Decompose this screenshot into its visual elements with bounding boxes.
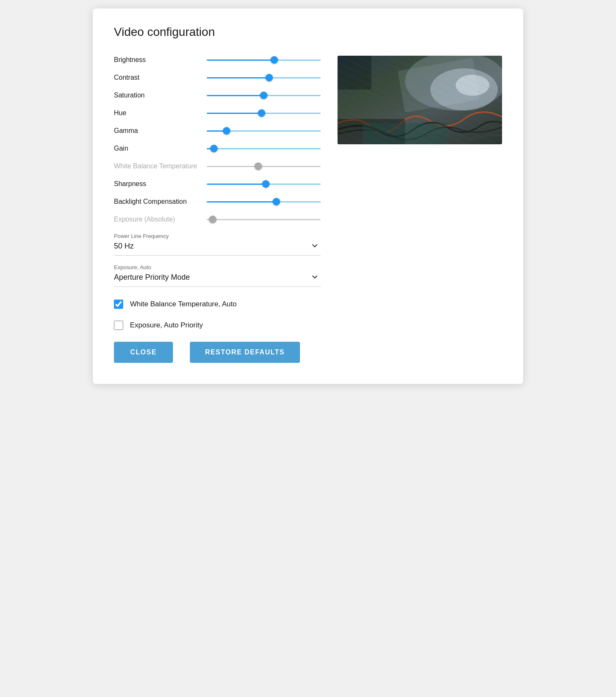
svg-point-3 [430,68,498,111]
slider-label-gamma: Gamma [114,127,207,135]
svg-rect-7 [363,123,447,144]
slider-row-gamma: Gamma [114,127,321,135]
slider-row-gain: Gain [114,144,321,153]
slider-container-backlight-compensation [207,197,321,206]
slider-sharpness[interactable] [207,184,321,185]
slider-container-hue [207,109,321,117]
slider-brightness[interactable] [207,59,321,61]
slider-label-exposure-absolute: Exposure (Absolute) [114,216,207,223]
content-area: BrightnessContrastSaturationHueGammaGain… [114,56,502,363]
slider-label-contrast: Contrast [114,74,207,81]
checkbox-white-balance-auto[interactable] [114,300,123,309]
slider-container-white-balance-temp [207,162,321,170]
slider-gamma[interactable] [207,130,321,132]
svg-rect-0 [338,56,502,144]
slider-row-white-balance-temp: White Balance Temperature [114,162,321,170]
sliders-section: BrightnessContrastSaturationHueGammaGain… [114,56,321,363]
slider-row-hue: Hue [114,109,321,117]
slider-container-saturation [207,91,321,100]
slider-row-saturation: Saturation [114,91,321,100]
slider-backlight-compensation[interactable] [207,201,321,203]
dialog-title: Video configuration [114,25,502,39]
svg-rect-6 [338,56,371,89]
restore-defaults-button[interactable]: RESTORE DEFAULTS [190,342,300,363]
slider-saturation[interactable] [207,95,321,96]
svg-point-4 [456,75,489,96]
slider-gain[interactable] [207,148,321,149]
dropdown-exposure-auto[interactable]: Manual ModeAperture Priority ModeShutter… [114,273,321,281]
dropdown-group-power-line-frequency: Power Line FrequencyDisabled50 Hz60 Hz [114,233,321,256]
slider-container-sharpness [207,180,321,188]
slider-container-gain [207,144,321,153]
dropdown-group-exposure-auto: Exposure, AutoManual ModeAperture Priori… [114,264,321,287]
slider-row-backlight-compensation: Backlight Compensation [114,197,321,206]
slider-row-contrast: Contrast [114,73,321,82]
slider-hue[interactable] [207,113,321,114]
slider-container-gamma [207,127,321,135]
slider-container-brightness [207,56,321,64]
svg-rect-5 [338,119,405,144]
svg-rect-2 [398,58,480,113]
slider-contrast[interactable] [207,77,321,78]
slider-label-saturation: Saturation [114,92,207,99]
preview-section [338,56,502,363]
dropdown-power-line-frequency[interactable]: Disabled50 Hz60 Hz [114,242,321,250]
slider-label-sharpness: Sharpness [114,180,207,188]
slider-label-backlight-compensation: Backlight Compensation [114,198,207,205]
slider-label-hue: Hue [114,109,207,117]
checkboxes-section: White Balance Temperature, AutoExposure,… [114,300,321,330]
checkbox-row-exposure-auto-priority: Exposure, Auto Priority [114,321,321,330]
slider-row-brightness: Brightness [114,56,321,64]
dropdown-label-exposure-auto: Exposure, Auto [114,264,321,270]
slider-label-brightness: Brightness [114,56,207,64]
slider-white-balance-temp [207,166,321,167]
dropdowns-section: Power Line FrequencyDisabled50 Hz60 HzEx… [114,233,321,287]
buttons-section: CLOSE RESTORE DEFAULTS [114,342,321,363]
slider-container-exposure-absolute [207,215,321,224]
dropdown-label-power-line-frequency: Power Line Frequency [114,233,321,239]
camera-preview [338,56,502,144]
close-button[interactable]: CLOSE [114,342,173,363]
video-config-dialog: Video configuration BrightnessContrastSa… [93,8,523,384]
svg-point-1 [405,56,502,111]
checkbox-label-exposure-auto-priority: Exposure, Auto Priority [130,321,203,330]
slider-exposure-absolute [207,219,321,220]
slider-row-sharpness: Sharpness [114,180,321,188]
slider-row-exposure-absolute: Exposure (Absolute) [114,215,321,224]
slider-label-gain: Gain [114,145,207,152]
checkbox-label-white-balance-auto: White Balance Temperature, Auto [130,300,237,308]
slider-label-white-balance-temp: White Balance Temperature [114,162,207,170]
checkbox-exposure-auto-priority[interactable] [114,321,123,330]
checkbox-row-white-balance-auto: White Balance Temperature, Auto [114,300,321,309]
slider-container-contrast [207,73,321,82]
